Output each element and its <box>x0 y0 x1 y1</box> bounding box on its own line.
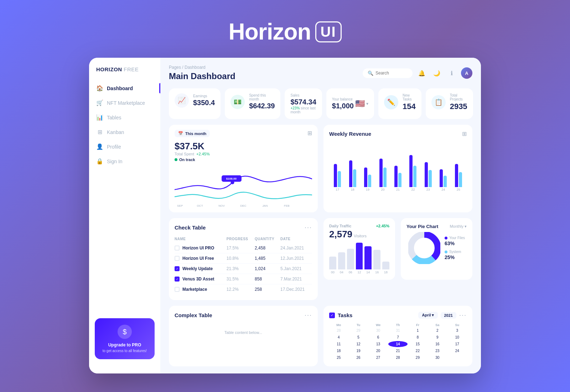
pie-filter-btn[interactable]: Monthly ▾ <box>450 224 467 229</box>
bar-label-17: 17 <box>336 188 339 191</box>
search-input[interactable] <box>375 71 408 76</box>
tasks-more[interactable]: ··· <box>459 311 467 319</box>
table-row: Horizon UI PRO 17.5% 2,458 24.Jan.2021 <box>175 243 312 253</box>
cal-day[interactable]: 9 <box>428 334 447 340</box>
cal-day[interactable]: 7 <box>388 334 407 340</box>
page-title: Main Dashboard <box>169 71 235 81</box>
weekly-revenue-card: Weekly Revenue ⊞ 17 <box>323 125 472 212</box>
cal-day[interactable]: 19 <box>349 348 368 354</box>
cal-day-today[interactable]: 14 <box>388 341 407 347</box>
cal-day[interactable]: 28 <box>329 327 348 334</box>
traffic-pie-row: Daily Traffic 2,579 Visitors +2.45% <box>323 218 472 280</box>
home-icon: 🏠 <box>96 85 103 92</box>
cal-day[interactable]: 18 <box>329 348 348 354</box>
sidebar-label-profile: Profile <box>107 144 121 150</box>
sidebar-label-dashboard: Dashboard <box>107 86 133 91</box>
cal-day[interactable]: 17 <box>448 341 467 347</box>
sales-change: +23% since last month <box>290 106 316 114</box>
tasks-month-filter[interactable]: April ▾ <box>418 312 437 319</box>
new-tasks-label: New Tasks <box>403 93 416 101</box>
date-filter-btn[interactable]: 📅 This month <box>175 130 210 137</box>
sidebar-item-profile[interactable]: 👤 Profile <box>89 139 160 154</box>
cal-day[interactable]: 6 <box>369 334 388 340</box>
cal-day[interactable]: 30 <box>369 327 388 334</box>
sidebar-item-dashboard[interactable]: 🏠 Dashboard <box>89 81 160 96</box>
cal-days-grid: 28 29 30 31 1 2 3 4 5 6 7 8 9 <box>329 327 467 361</box>
avatar[interactable]: A <box>461 67 472 79</box>
cal-day[interactable]: 12 <box>349 341 368 347</box>
sidebar-item-tables[interactable]: 📊 Tables <box>89 110 160 125</box>
bar-group-17: 17 <box>331 148 344 191</box>
svg-text:SEP: SEP <box>177 204 183 207</box>
tasks-year-filter[interactable]: 2021 <box>441 312 456 319</box>
cal-day[interactable]: 27 <box>369 355 388 361</box>
sidebar-item-signin[interactable]: 🔒 Sign In <box>89 154 160 169</box>
row-name-3: Venus 3D Asset <box>182 277 214 282</box>
balance-flag[interactable]: 🇺🇸 ▾ <box>355 99 368 108</box>
earnings-value: $350.4 <box>193 99 215 107</box>
moon-icon[interactable]: 🌙 <box>431 67 442 79</box>
cal-day[interactable]: 23 <box>428 348 447 354</box>
pie-svg <box>408 232 440 264</box>
kanban-icon: ⊞ <box>96 129 103 135</box>
main-header: Pages / Dashboard Main Dashboard 🔍 🔔 🌙 ℹ… <box>169 65 472 81</box>
row-qty-2: 1,024 <box>255 264 280 274</box>
row-qty-1: 1,485 <box>255 253 280 264</box>
cal-day[interactable]: 26 <box>349 355 368 361</box>
cal-day[interactable]: 8 <box>408 334 427 340</box>
traffic-value: 2,579 <box>329 229 352 240</box>
cal-day[interactable]: 20 <box>369 348 388 354</box>
currency-dropdown-icon[interactable]: ▾ <box>366 101 368 106</box>
cal-day[interactable]: 4 <box>329 334 348 340</box>
weekly-revenue-expand[interactable]: ⊞ <box>462 130 467 137</box>
cart-icon: 🛒 <box>96 99 103 106</box>
cal-day[interactable]: 21 <box>388 348 407 354</box>
complex-table-more[interactable]: ··· <box>305 311 312 319</box>
weekly-revenue-title: Weekly Revenue <box>329 131 371 137</box>
cal-day[interactable]: 16 <box>428 341 447 347</box>
row-date-4: 17.Dec.2021 <box>280 284 312 295</box>
sidebar-item-kanban[interactable]: ⊞ Kanban <box>89 125 160 139</box>
cal-head-fr: Fr <box>408 323 427 327</box>
cal-day[interactable]: 10 <box>448 334 467 340</box>
line-chart-svg: $108.00 SEP OCT NOV DEC JAN FEB <box>175 165 312 207</box>
info-icon[interactable]: ℹ <box>446 67 457 79</box>
cal-day[interactable]: 2 <box>428 327 447 334</box>
cal-day[interactable]: 22 <box>408 348 427 354</box>
cal-day[interactable]: 24 <box>448 348 467 354</box>
cal-day[interactable]: 25 <box>329 355 348 361</box>
checkbox-0[interactable] <box>175 246 180 251</box>
checkbox-4[interactable] <box>175 287 180 292</box>
checkbox-1[interactable] <box>175 256 180 261</box>
checkbox-2[interactable]: ✓ <box>175 266 180 271</box>
cal-day[interactable]: 15 <box>408 341 427 347</box>
cal-day[interactable]: 13 <box>369 341 388 347</box>
search-box[interactable]: 🔍 <box>363 68 413 78</box>
cal-day[interactable]: 31 <box>388 327 407 334</box>
row-date-2: 5.Jan.2021 <box>280 264 312 274</box>
on-track-dot <box>175 158 177 161</box>
pie-legend: Your Files 63% System <box>445 236 465 260</box>
cal-day[interactable]: 30 <box>428 355 447 361</box>
cal-day[interactable]: 1 <box>408 327 427 334</box>
col-progress: PROGRESS <box>227 236 255 243</box>
total-projects-value: 2935 <box>450 102 467 111</box>
right-column: Daily Traffic 2,579 Visitors +2.45% <box>323 218 472 300</box>
traffic-bar-chart: 00 04 06 <box>329 242 389 274</box>
cal-day[interactable]: 11 <box>329 341 348 347</box>
check-table-more[interactable]: ··· <box>305 224 312 231</box>
new-tasks-value: 154 <box>403 102 416 111</box>
cal-days-header: Mo Tu We Th Fr Sa Su <box>329 323 467 327</box>
sidebar-item-nft[interactable]: 🛒 NFT Marketplace <box>89 96 160 110</box>
traffic-unit: Visitors <box>354 234 367 238</box>
cal-day[interactable]: 5 <box>349 334 368 340</box>
check-table: NAME PROGRESS QUANTITY DATE <box>175 236 312 294</box>
notification-icon[interactable]: 🔔 <box>416 67 428 79</box>
cal-day[interactable]: 29 <box>349 327 368 334</box>
cal-head-tu: Tu <box>349 323 368 327</box>
checkbox-3[interactable]: ✓ <box>175 277 180 282</box>
cal-day[interactable]: 29 <box>408 355 427 361</box>
cal-day[interactable]: 3 <box>448 327 467 334</box>
chart-expand-icon[interactable]: ⊞ <box>307 130 312 136</box>
cal-day[interactable]: 28 <box>388 355 407 361</box>
